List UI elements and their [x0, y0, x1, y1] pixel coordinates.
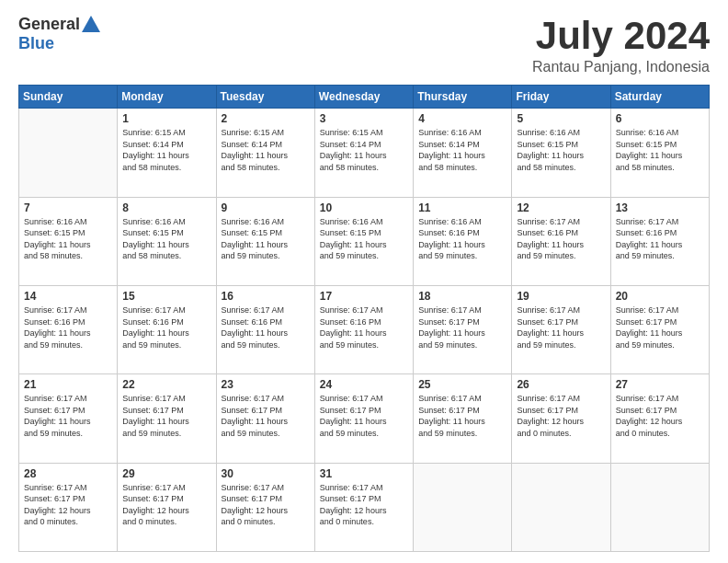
calendar-table: Sunday Monday Tuesday Wednesday Thursday…: [18, 85, 710, 552]
calendar-week-row: 28Sunrise: 6:17 AMSunset: 6:17 PMDayligh…: [19, 463, 710, 551]
table-row: 21Sunrise: 6:17 AMSunset: 6:17 PMDayligh…: [19, 374, 118, 463]
cell-info: Sunrise: 6:17 AMSunset: 6:17 PMDaylight:…: [24, 393, 112, 439]
col-friday: Friday: [512, 86, 610, 109]
header-right: July 2024 Rantau Panjang, Indonesia: [532, 15, 710, 75]
day-number: 23: [222, 378, 310, 391]
day-number: 28: [24, 467, 112, 480]
cell-info: Sunrise: 6:17 AMSunset: 6:16 PMDaylight:…: [616, 216, 704, 262]
day-number: 1: [122, 112, 210, 125]
day-number: 9: [222, 201, 310, 214]
table-row: 19Sunrise: 6:17 AMSunset: 6:17 PMDayligh…: [512, 285, 610, 373]
day-number: 27: [616, 378, 704, 391]
table-row: 16Sunrise: 6:17 AMSunset: 6:16 PMDayligh…: [216, 285, 314, 373]
day-number: 16: [222, 290, 310, 303]
table-row: 22Sunrise: 6:17 AMSunset: 6:17 PMDayligh…: [118, 374, 216, 463]
cell-info: Sunrise: 6:16 AMSunset: 6:14 PMDaylight:…: [418, 127, 506, 173]
cell-info: Sunrise: 6:17 AMSunset: 6:17 PMDaylight:…: [122, 482, 210, 528]
cell-info: Sunrise: 6:17 AMSunset: 6:17 PMDaylight:…: [616, 393, 704, 439]
cell-info: Sunrise: 6:15 AMSunset: 6:14 PMDaylight:…: [320, 127, 408, 173]
day-number: 8: [122, 201, 210, 214]
cell-info: Sunrise: 6:17 AMSunset: 6:17 PMDaylight:…: [222, 482, 310, 528]
cell-info: Sunrise: 6:16 AMSunset: 6:15 PMDaylight:…: [320, 216, 408, 262]
table-row: [414, 463, 512, 551]
day-number: 24: [320, 378, 408, 391]
month-title: July 2024: [532, 15, 710, 57]
logo: General Blue: [18, 15, 100, 53]
col-sunday: Sunday: [19, 86, 118, 109]
cell-info: Sunrise: 6:17 AMSunset: 6:17 PMDaylight:…: [616, 304, 704, 350]
cell-info: Sunrise: 6:17 AMSunset: 6:17 PMDaylight:…: [320, 393, 408, 439]
day-number: 25: [418, 378, 506, 391]
table-row: 23Sunrise: 6:17 AMSunset: 6:17 PMDayligh…: [216, 374, 314, 463]
cell-info: Sunrise: 6:16 AMSunset: 6:16 PMDaylight:…: [418, 216, 506, 262]
table-row: [19, 109, 118, 197]
day-number: 30: [222, 467, 310, 480]
table-row: 20Sunrise: 6:17 AMSunset: 6:17 PMDayligh…: [610, 285, 709, 373]
cell-info: Sunrise: 6:17 AMSunset: 6:16 PMDaylight:…: [122, 304, 210, 350]
table-row: 29Sunrise: 6:17 AMSunset: 6:17 PMDayligh…: [118, 463, 216, 551]
calendar-week-row: 14Sunrise: 6:17 AMSunset: 6:16 PMDayligh…: [19, 285, 710, 373]
calendar-week-row: 7Sunrise: 6:16 AMSunset: 6:15 PMDaylight…: [19, 197, 710, 285]
table-row: [512, 463, 610, 551]
cell-info: Sunrise: 6:15 AMSunset: 6:14 PMDaylight:…: [122, 127, 210, 173]
col-monday: Monday: [118, 86, 216, 109]
day-number: 29: [122, 467, 210, 480]
table-row: 25Sunrise: 6:17 AMSunset: 6:17 PMDayligh…: [414, 374, 512, 463]
cell-info: Sunrise: 6:17 AMSunset: 6:17 PMDaylight:…: [24, 482, 112, 528]
table-row: 13Sunrise: 6:17 AMSunset: 6:16 PMDayligh…: [610, 197, 709, 285]
day-number: 18: [418, 290, 506, 303]
cell-info: Sunrise: 6:16 AMSunset: 6:15 PMDaylight:…: [24, 216, 112, 262]
table-row: 9Sunrise: 6:16 AMSunset: 6:15 PMDaylight…: [216, 197, 314, 285]
day-number: 6: [616, 112, 704, 125]
day-number: 14: [24, 290, 112, 303]
cell-info: Sunrise: 6:15 AMSunset: 6:14 PMDaylight:…: [222, 127, 310, 173]
day-number: 3: [320, 112, 408, 125]
table-row: 12Sunrise: 6:17 AMSunset: 6:16 PMDayligh…: [512, 197, 610, 285]
page: General Blue July 2024 Rantau Panjang, I…: [0, 0, 728, 563]
cell-info: Sunrise: 6:17 AMSunset: 6:16 PMDaylight:…: [222, 304, 310, 350]
table-row: 8Sunrise: 6:16 AMSunset: 6:15 PMDaylight…: [118, 197, 216, 285]
day-number: 31: [320, 467, 408, 480]
table-row: 11Sunrise: 6:16 AMSunset: 6:16 PMDayligh…: [414, 197, 512, 285]
cell-info: Sunrise: 6:16 AMSunset: 6:15 PMDaylight:…: [222, 216, 310, 262]
col-wednesday: Wednesday: [314, 86, 413, 109]
day-number: 19: [517, 290, 605, 303]
day-number: 5: [517, 112, 605, 125]
table-row: 28Sunrise: 6:17 AMSunset: 6:17 PMDayligh…: [19, 463, 118, 551]
table-row: 15Sunrise: 6:17 AMSunset: 6:16 PMDayligh…: [118, 285, 216, 373]
table-row: 26Sunrise: 6:17 AMSunset: 6:17 PMDayligh…: [512, 374, 610, 463]
cell-info: Sunrise: 6:16 AMSunset: 6:15 PMDaylight:…: [616, 127, 704, 173]
day-number: 10: [320, 201, 408, 214]
cell-info: Sunrise: 6:17 AMSunset: 6:17 PMDaylight:…: [517, 393, 605, 439]
day-number: 12: [517, 201, 605, 214]
calendar-header-row: Sunday Monday Tuesday Wednesday Thursday…: [19, 86, 710, 109]
cell-info: Sunrise: 6:17 AMSunset: 6:16 PMDaylight:…: [24, 304, 112, 350]
table-row: 4Sunrise: 6:16 AMSunset: 6:14 PMDaylight…: [414, 109, 512, 197]
table-row: 30Sunrise: 6:17 AMSunset: 6:17 PMDayligh…: [216, 463, 314, 551]
cell-info: Sunrise: 6:16 AMSunset: 6:15 PMDaylight:…: [122, 216, 210, 262]
day-number: 13: [616, 201, 704, 214]
logo-blue-text: Blue: [18, 34, 54, 53]
table-row: 24Sunrise: 6:17 AMSunset: 6:17 PMDayligh…: [314, 374, 413, 463]
table-row: 2Sunrise: 6:15 AMSunset: 6:14 PMDaylight…: [216, 109, 314, 197]
day-number: 11: [418, 201, 506, 214]
cell-info: Sunrise: 6:16 AMSunset: 6:15 PMDaylight:…: [517, 127, 605, 173]
logo-general-text: General: [18, 15, 80, 34]
table-row: 1Sunrise: 6:15 AMSunset: 6:14 PMDaylight…: [118, 109, 216, 197]
calendar-week-row: 21Sunrise: 6:17 AMSunset: 6:17 PMDayligh…: [19, 374, 710, 463]
cell-info: Sunrise: 6:17 AMSunset: 6:17 PMDaylight:…: [320, 482, 408, 528]
day-number: 4: [418, 112, 506, 125]
day-number: 2: [222, 112, 310, 125]
cell-info: Sunrise: 6:17 AMSunset: 6:16 PMDaylight:…: [517, 216, 605, 262]
day-number: 7: [24, 201, 112, 214]
table-row: 3Sunrise: 6:15 AMSunset: 6:14 PMDaylight…: [314, 109, 413, 197]
table-row: 6Sunrise: 6:16 AMSunset: 6:15 PMDaylight…: [610, 109, 709, 197]
table-row: 14Sunrise: 6:17 AMSunset: 6:16 PMDayligh…: [19, 285, 118, 373]
day-number: 17: [320, 290, 408, 303]
cell-info: Sunrise: 6:17 AMSunset: 6:17 PMDaylight:…: [418, 304, 506, 350]
calendar-week-row: 1Sunrise: 6:15 AMSunset: 6:14 PMDaylight…: [19, 109, 710, 197]
col-tuesday: Tuesday: [216, 86, 314, 109]
table-row: 27Sunrise: 6:17 AMSunset: 6:17 PMDayligh…: [610, 374, 709, 463]
day-number: 26: [517, 378, 605, 391]
table-row: 18Sunrise: 6:17 AMSunset: 6:17 PMDayligh…: [414, 285, 512, 373]
